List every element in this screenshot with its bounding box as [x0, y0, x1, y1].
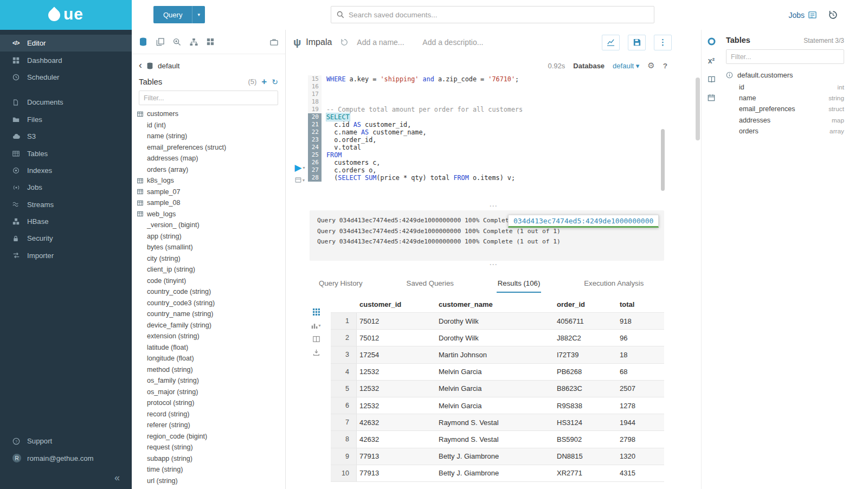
column-header[interactable]: order_id: [554, 300, 617, 308]
query-name-input[interactable]: [357, 38, 414, 47]
grid-view-icon[interactable]: [313, 308, 320, 316]
column-item[interactable]: code (tinyint): [137, 275, 285, 287]
sitemap-icon[interactable]: [190, 38, 198, 46]
column-item[interactable]: record (string): [137, 409, 285, 420]
column-item[interactable]: os_family (string): [137, 375, 285, 387]
briefcase-icon[interactable]: [270, 38, 278, 46]
sidebar-item-tables[interactable]: Tables: [0, 145, 132, 162]
sidebar-item-documents[interactable]: Documents: [0, 94, 132, 111]
snippet-history-icon[interactable]: [340, 38, 348, 46]
language-reference-tab-icon[interactable]: [708, 75, 716, 83]
column-item[interactable]: referer (string): [137, 420, 285, 431]
table-row[interactable]: 275012Dorothy WilkJ882C296: [331, 330, 664, 346]
column-item[interactable]: addressesmap: [726, 115, 844, 126]
table-item[interactable]: customers: [137, 108, 285, 120]
column-item[interactable]: _version_ (bigint): [137, 220, 285, 231]
column-item[interactable]: country_code (string): [137, 286, 285, 298]
help-icon[interactable]: ?: [663, 62, 667, 70]
documents-source-icon[interactable]: [156, 38, 164, 46]
active-table-row[interactable]: default.customers: [726, 71, 844, 79]
resize-handle[interactable]: ⋯: [489, 203, 498, 209]
execute-caret-icon[interactable]: ▾: [303, 166, 305, 170]
download-icon[interactable]: [313, 349, 320, 356]
query-description-input[interactable]: [422, 38, 504, 47]
code-line[interactable]: 16: [308, 83, 663, 91]
sidebar-item-support[interactable]: ? Support: [0, 433, 132, 449]
database-selector[interactable]: default ▾: [613, 62, 639, 70]
column-item[interactable]: email_preferencesstruct: [726, 104, 844, 114]
databases-source-icon[interactable]: [139, 37, 147, 46]
column-item[interactable]: addresses (map): [137, 153, 285, 164]
column-item[interactable]: namestring: [726, 93, 844, 104]
table-row[interactable]: 412532Melvin GarciaPB626868: [331, 364, 664, 381]
code-line[interactable]: 27 c.orders o,: [308, 166, 663, 174]
table-filter-input[interactable]: [139, 91, 278, 105]
more-actions-button[interactable]: ⋮: [654, 35, 672, 50]
query-history-icon[interactable]: [828, 10, 838, 20]
table-row[interactable]: 175012Dorothy Wilk4056711918: [331, 313, 664, 330]
column-item[interactable]: idint: [726, 82, 844, 93]
tab-execution-analysis[interactable]: Execution Analysis: [583, 274, 645, 293]
zoom-search-icon[interactable]: [173, 38, 181, 46]
table-row[interactable]: 742632Raymond S. VestalHS31241944: [331, 414, 664, 431]
apps-grid-icon[interactable]: [207, 38, 214, 46]
chart-view-icon[interactable]: ▾: [311, 322, 320, 329]
column-item[interactable]: url (string): [137, 475, 285, 487]
table-item[interactable]: web_logs: [137, 209, 285, 220]
column-item[interactable]: extension (string): [137, 331, 285, 342]
assistant-tab-icon[interactable]: [707, 37, 716, 46]
column-item[interactable]: longitude (float): [137, 353, 285, 364]
sidebar-item-user[interactable]: R romain@gethue.com: [0, 450, 132, 467]
resize-handle[interactable]: ⋯: [489, 262, 498, 267]
table-item[interactable]: k8s_logs: [137, 175, 285, 186]
info-icon[interactable]: [726, 72, 733, 79]
table-row[interactable]: 612532Melvin GarciaR9S8381278: [331, 397, 664, 414]
code-line[interactable]: 15WHERE a.key = 'shipping' and a.zip_cod…: [308, 75, 663, 83]
column-item[interactable]: country_name (string): [137, 308, 285, 320]
sidebar-collapse-button[interactable]: «: [0, 467, 132, 485]
column-item[interactable]: name (string): [137, 131, 285, 142]
column-item[interactable]: user_agent (string): [137, 486, 285, 488]
code-line[interactable]: 26 customers c,: [308, 159, 663, 166]
column-item[interactable]: app (string): [137, 231, 285, 242]
schedule-tab-icon[interactable]: [708, 94, 715, 101]
column-item[interactable]: time (string): [137, 464, 285, 475]
column-item[interactable]: device_family (string): [137, 320, 285, 331]
code-line[interactable]: 20SELECT: [308, 113, 663, 121]
column-item[interactable]: city (string): [137, 253, 285, 265]
functions-tab-icon[interactable]: x²: [708, 56, 715, 65]
sidebar-item-jobs[interactable]: Jobs: [0, 179, 132, 196]
column-item[interactable]: protocol (string): [137, 397, 285, 409]
code-line[interactable]: 24 v.total: [308, 144, 663, 151]
column-item[interactable]: method (string): [137, 364, 285, 376]
breadcrumb-database[interactable]: default: [158, 62, 180, 70]
new-query-button[interactable]: Query ▾: [153, 6, 205, 23]
column-item[interactable]: client_ip (string): [137, 264, 285, 275]
column-item[interactable]: latitude (float): [137, 342, 285, 353]
column-item[interactable]: region_code (bigint): [137, 431, 285, 442]
column-item[interactable]: orders (array): [137, 164, 285, 176]
table-item[interactable]: sample_08: [137, 197, 285, 209]
tab-results-106[interactable]: Results (106): [497, 274, 541, 293]
code-line[interactable]: 18: [308, 98, 663, 106]
column-item[interactable]: id (int): [137, 120, 285, 131]
sidebar-item-importer[interactable]: Importer: [0, 247, 132, 264]
back-chevron-icon[interactable]: ‹: [139, 60, 142, 72]
sidebar-item-files[interactable]: Files: [0, 111, 132, 128]
column-header[interactable]: total: [617, 300, 664, 308]
sidebar-item-hbase[interactable]: HBase: [0, 213, 132, 230]
jobs-link[interactable]: Jobs: [788, 11, 816, 20]
column-item[interactable]: request (string): [137, 442, 285, 453]
table-row[interactable]: 842632Raymond S. VestalBS59022798: [331, 431, 664, 448]
columns-view-icon[interactable]: [313, 336, 320, 343]
column-item[interactable]: bytes (smallint): [137, 242, 285, 253]
tab-query-history[interactable]: Query History: [318, 274, 364, 293]
sidebar-item-s3[interactable]: S3: [0, 128, 132, 145]
save-button[interactable]: [628, 35, 646, 50]
code-line[interactable]: 21 c.id AS customer_id,: [308, 121, 663, 128]
sidebar-item-indexes[interactable]: Indexes: [0, 162, 132, 179]
main-scrollbar[interactable]: [696, 78, 700, 140]
column-item[interactable]: email_preferences (struct): [137, 142, 285, 153]
add-table-icon[interactable]: +: [261, 77, 267, 86]
tab-saved-queries[interactable]: Saved Queries: [406, 274, 455, 293]
